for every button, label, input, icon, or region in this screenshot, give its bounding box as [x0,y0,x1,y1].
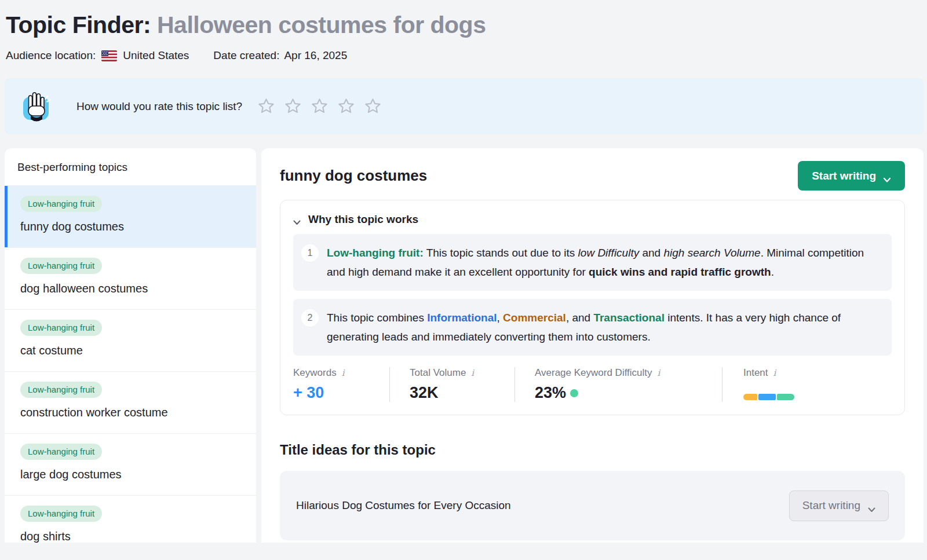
best-performing-topics-panel: Best-performing topics Low-hanging fruit… [5,148,256,543]
green-dot-icon [570,389,578,397]
info-icon[interactable]: i [773,368,776,378]
point-text: This topic combines Informational, Comme… [327,308,880,346]
total-volume-label: Total Volume [410,367,466,379]
text-segment: , [497,312,503,324]
topic-label: dog shirts [20,530,242,543]
point-number: 1 [301,244,319,262]
topic-label: large dog costumes [20,468,242,481]
intent-bars [743,394,892,400]
chevron-down-icon [293,217,301,222]
topic-detail-header: funny dog costumes Start writing [280,161,905,191]
page-title-query: Halloween costumes for dogs [157,12,486,38]
chevron-down-icon [883,173,891,179]
selected-topic-title: funny dog costumes [280,167,427,185]
topic-list-item[interactable]: Low-hanging fruitdog shirts [5,496,256,543]
text-segment: and [639,247,663,259]
text-segment: Informational [427,312,497,324]
stat-total-volume: Total Volume i 32K [389,367,514,402]
intent-bar-segment [758,394,776,400]
start-writing-idea-button[interactable]: Start writing [789,491,889,521]
title-ideas-heading: Title ideas for this topic [280,442,905,458]
low-hanging-fruit-badge: Low-hanging fruit [20,382,102,398]
info-icon[interactable]: i [342,368,345,378]
keywords-label: Keywords [293,367,337,379]
sidebar-header: Best-performing topics [5,148,256,186]
text-segment: This topic combines [327,312,427,324]
star-outline-icon[interactable] [337,97,355,115]
low-hanging-fruit-badge: Low-hanging fruit [20,506,102,522]
info-icon[interactable]: i [658,368,660,378]
why-point-2: 2 This topic combines Informational, Com… [293,299,892,356]
why-point-1: 1 Low-hanging fruit: This topic stands o… [293,234,892,291]
rating-banner: How would you rate this topic list? [5,78,924,134]
topic-label: cat costume [20,344,242,357]
text-segment: low Difficulty [578,247,640,259]
content-row: Best-performing topics Low-hanging fruit… [5,148,924,543]
topic-list-item[interactable]: Low-hanging fruitfunny dog costumes [5,186,256,248]
page-title-prefix: Topic Finder: [6,12,157,38]
audience-location-value: United States [123,49,189,62]
intent-bar-segment [777,394,794,400]
start-writing-button[interactable]: Start writing [798,161,905,191]
topic-list-item[interactable]: Low-hanging fruitlarge dog costumes [5,434,256,496]
page-subtitle: Audience location: United States Date cr… [6,49,924,62]
low-hanging-fruit-badge: Low-hanging fruit [20,258,102,274]
avg-difficulty-value: 23% [535,384,566,402]
topic-list: Low-hanging fruitfunny dog costumesLow-h… [5,186,256,543]
date-created-value: Apr 16, 2025 [284,49,347,62]
date-created-label: Date created: [213,49,279,62]
start-writing-label: Start writing [812,170,876,182]
topic-label: funny dog costumes [20,220,242,233]
waving-hand-icon [21,90,51,123]
text-segment: Commercial [503,312,566,324]
text-segment: , and [566,312,594,324]
text-segment: Transactional [593,312,665,324]
text-segment: quick wins and rapid traffic growth [589,266,771,278]
star-outline-icon[interactable] [284,97,302,115]
topic-stats-row: Keywords i + 30 Total Volume i 32K [293,367,892,402]
rating-stars [257,97,382,115]
stat-keywords: Keywords i + 30 [293,367,389,402]
text-segment: Low-hanging fruit: [327,247,424,259]
why-topic-works-toggle[interactable]: Why this topic works [293,213,892,226]
stat-avg-keyword-difficulty: Average Keyword Difficulty i 23% [514,367,722,402]
keywords-value: + 30 [293,384,389,402]
text-segment: high search Volume [663,247,760,259]
low-hanging-fruit-badge: Low-hanging fruit [20,444,102,460]
point-number: 2 [301,309,319,327]
date-created: Date created: Apr 16, 2025 [213,49,347,62]
page-title: Topic Finder: Halloween costumes for dog… [6,12,924,39]
intent-bar-segment [743,394,757,400]
topic-label: dog halloween costumes [20,282,242,295]
star-outline-icon[interactable] [257,97,275,115]
stat-intent: Intent i [722,367,892,402]
topic-list-item[interactable]: Low-hanging fruitdog halloween costumes [5,248,256,310]
point-text: Low-hanging fruit: This topic stands out… [327,243,880,281]
low-hanging-fruit-badge: Low-hanging fruit [20,196,102,212]
intent-label: Intent [743,367,768,379]
why-topic-works-title: Why this topic works [308,213,418,226]
topic-list-item[interactable]: Low-hanging fruitconstruction worker cos… [5,372,256,434]
star-outline-icon[interactable] [311,97,329,115]
text-segment: This topic stands out due to its [424,247,578,259]
total-volume-value: 32K [410,384,514,402]
avg-difficulty-label: Average Keyword Difficulty [535,367,652,379]
topic-list-item[interactable]: Low-hanging fruitcat costume [5,310,256,372]
start-writing-idea-label: Start writing [802,499,860,512]
info-icon[interactable]: i [471,368,474,378]
audience-location-label: Audience location: [6,49,96,62]
topic-label: construction worker costume [20,406,242,419]
low-hanging-fruit-badge: Low-hanging fruit [20,320,102,336]
text-segment: . [771,266,774,278]
chevron-down-icon [867,503,875,508]
title-idea-card: Hilarious Dog Costumes for Every Occasio… [280,471,905,540]
topic-detail-panel: funny dog costumes Start writing Why thi… [261,148,924,543]
title-idea-text: Hilarious Dog Costumes for Every Occasio… [296,499,511,512]
star-outline-icon[interactable] [364,97,382,115]
rating-question: How would you rate this topic list? [76,100,242,113]
us-flag-icon [101,50,117,61]
why-topic-works-card: Why this topic works 1 Low-hanging fruit… [280,200,905,415]
topic-finder-page: Topic Finder: Halloween costumes for dog… [0,0,927,543]
